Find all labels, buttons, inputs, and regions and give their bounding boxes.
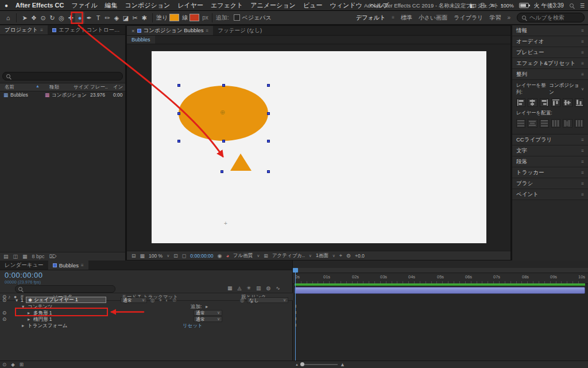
tab-footage[interactable]: フッテージ (なし) xyxy=(213,26,266,35)
panel-menu-icon[interactable]: ≡ xyxy=(581,170,584,175)
pen-tool-icon[interactable]: ✒ xyxy=(84,12,94,24)
transform-label[interactable]: トランスフォーム xyxy=(28,323,67,329)
new-composition-icon[interactable]: ▦ xyxy=(22,254,28,259)
twirl-closed-icon[interactable]: ▸ xyxy=(22,323,24,328)
panel-menu-icon[interactable]: ≡ xyxy=(81,263,84,268)
rotation-tool-icon[interactable]: ↻ xyxy=(48,12,57,24)
align-bottom-icon[interactable] xyxy=(575,98,584,107)
ellipse-blend-mode-select[interactable]: 通常 ∨ xyxy=(194,316,222,322)
parent-pickwhip-icon[interactable]: ◎ xyxy=(240,297,244,303)
distribute-bottom-icon[interactable] xyxy=(540,119,549,128)
workspace-standard[interactable]: 標準 xyxy=(401,14,412,22)
current-time-indicator-head[interactable] xyxy=(293,268,298,273)
panel-align[interactable]: 整列 ≡ xyxy=(512,69,588,80)
shape-group-row-polygon[interactable]: ⊙ ▸ 多角形 1 通常 ∨ xyxy=(0,310,293,316)
timeline-panel-right[interactable]: 0s 01s 02s 03s 04s 05s 06s 07s 08s 09s 1… xyxy=(293,260,588,361)
menu-view[interactable]: ビュー xyxy=(303,1,323,10)
effects-switch-icon[interactable]: ◐ xyxy=(165,297,168,303)
eraser-tool-icon[interactable]: ◪ xyxy=(121,12,130,24)
timeline-search-field[interactable] xyxy=(15,285,115,293)
draft-3d-icon[interactable]: ◬ xyxy=(238,285,242,291)
panel-menu-icon[interactable]: ≡ xyxy=(581,137,584,143)
toggle-mask-icon[interactable]: ◻ xyxy=(182,253,186,259)
align-top-icon[interactable] xyxy=(551,98,560,107)
align-left-icon[interactable] xyxy=(516,98,525,107)
menu-effect[interactable]: エフェクト xyxy=(211,1,243,10)
exposure-value[interactable]: +0.0 xyxy=(355,253,365,259)
zoom-slider-track[interactable] xyxy=(301,364,338,365)
col-in[interactable]: イン xyxy=(113,84,123,91)
shape-tool-icon[interactable]: ● xyxy=(75,12,84,24)
camera-tool-icon[interactable]: ◎ xyxy=(57,12,66,24)
shape-group-row-ellipse[interactable]: ⊙ ▸ 楕円形 1 通常 ∨ xyxy=(0,316,293,323)
selection-tool-icon[interactable]: ➤ xyxy=(20,12,29,24)
distribute-vertical-center-icon[interactable] xyxy=(528,119,537,128)
graph-editor-icon[interactable]: ∿ xyxy=(276,285,280,291)
show-channel-icon[interactable]: ◕ xyxy=(226,253,229,259)
col-name[interactable]: 名前 xyxy=(5,84,14,91)
motion-blur-icon[interactable]: ◍ xyxy=(266,285,271,291)
distribute-right-icon[interactable] xyxy=(575,119,584,128)
twirl-closed-icon[interactable]: ▸ xyxy=(28,316,30,322)
camera-select[interactable]: アクティブカ.. xyxy=(272,252,305,259)
tab-timeline-bubbles[interactable]: Bubbles ≡ xyxy=(48,260,88,270)
stroke-color-swatch[interactable] xyxy=(189,14,199,21)
col-size[interactable]: サイズ xyxy=(74,84,88,91)
home-tool-icon[interactable]: ⌂ xyxy=(3,12,13,24)
spotlight-search-icon[interactable] xyxy=(569,3,575,9)
frame-blending-icon[interactable]: ▥ xyxy=(256,285,261,291)
selection-handle[interactable] xyxy=(220,170,223,173)
add-shape-button-icon[interactable]: ▸ xyxy=(206,304,208,309)
type-tool-icon[interactable]: T xyxy=(94,12,103,24)
hide-shy-layers-icon[interactable]: ✳ xyxy=(246,285,251,291)
panel-preview[interactable]: プレビュー ≡ xyxy=(512,47,588,58)
sort-arrow-icon[interactable]: ▲ xyxy=(36,84,40,88)
selection-handle[interactable] xyxy=(177,140,180,143)
new-folder-icon[interactable]: ◫ xyxy=(13,254,18,259)
menu-file[interactable]: ファイル xyxy=(71,1,97,10)
menu-app-name[interactable]: After Effects CC xyxy=(16,2,64,9)
project-item-name[interactable]: Bubbles xyxy=(10,92,28,98)
layer-duration-bar[interactable] xyxy=(295,287,585,294)
pan-behind-tool-icon[interactable]: ✚ xyxy=(66,12,75,24)
anchor-point-icon[interactable]: ⊕ xyxy=(220,109,225,116)
selection-handle[interactable] xyxy=(267,84,270,87)
menu-layer[interactable]: レイヤー xyxy=(177,1,203,10)
selection-handle[interactable] xyxy=(222,84,225,87)
selection-handle[interactable] xyxy=(267,140,270,143)
eye-icon[interactable]: ⊙ xyxy=(2,310,6,316)
panel-menu-icon[interactable]: ≡ xyxy=(581,159,584,164)
property-row-transform[interactable]: ▸ トランスフォーム リセット xyxy=(0,323,293,329)
align-right-icon[interactable] xyxy=(540,98,549,107)
project-item-row[interactable]: ▦ Bubbles ▦ コンポジション 23.976 0:00 xyxy=(0,91,125,99)
viewer-tab-bubbles[interactable]: Bubbles xyxy=(127,36,155,44)
workspace-overflow-icon[interactable]: » xyxy=(507,14,510,21)
distribute-top-icon[interactable] xyxy=(516,119,525,128)
app-status-icon[interactable]: ◧ xyxy=(470,3,475,9)
preview-time-display[interactable]: 0:00:00:00 xyxy=(190,253,213,259)
project-search-field[interactable] xyxy=(2,72,123,80)
align-vertical-center-icon[interactable] xyxy=(563,98,572,107)
workspace-small-screen[interactable]: 小さい画面 xyxy=(419,14,447,22)
apple-menu-icon[interactable]: ● xyxy=(5,2,8,9)
panel-effects-presets[interactable]: エフェクト&プリセット ≡ xyxy=(512,58,588,69)
eye-icon[interactable]: ⊙ xyxy=(2,297,6,303)
layer-mode-select[interactable]: 通常 ∨ xyxy=(121,297,147,303)
menubar-clock[interactable]: 火 午後3:39 xyxy=(534,2,564,10)
h-app-icon[interactable]: Ⓗ xyxy=(479,2,485,10)
parent-select[interactable]: なし ∨ xyxy=(247,297,288,303)
workspace-default[interactable]: デフォルト xyxy=(356,14,385,22)
panel-menu-icon[interactable]: ≡ xyxy=(206,28,209,33)
distribute-left-icon[interactable] xyxy=(551,119,560,128)
panel-character[interactable]: 文字 ≡ xyxy=(512,145,588,156)
quality-switch-icon[interactable]: ✦ xyxy=(158,297,163,303)
menu-window[interactable]: ウィンドウ xyxy=(330,1,362,10)
panel-menu-icon[interactable]: ≡ xyxy=(581,72,584,77)
resolution-select[interactable]: フル画質 xyxy=(233,252,253,259)
always-preview-icon[interactable]: ⊟ xyxy=(131,253,136,259)
time-navigator-bar[interactable] xyxy=(293,268,588,273)
twirl-closed-icon[interactable]: ▸ xyxy=(28,310,30,316)
panel-menu-icon[interactable]: ≡ xyxy=(581,61,584,66)
brush-tool-icon[interactable]: ✏ xyxy=(103,12,112,24)
timeline-zoom-control[interactable]: ▲ ▲ xyxy=(295,362,345,367)
